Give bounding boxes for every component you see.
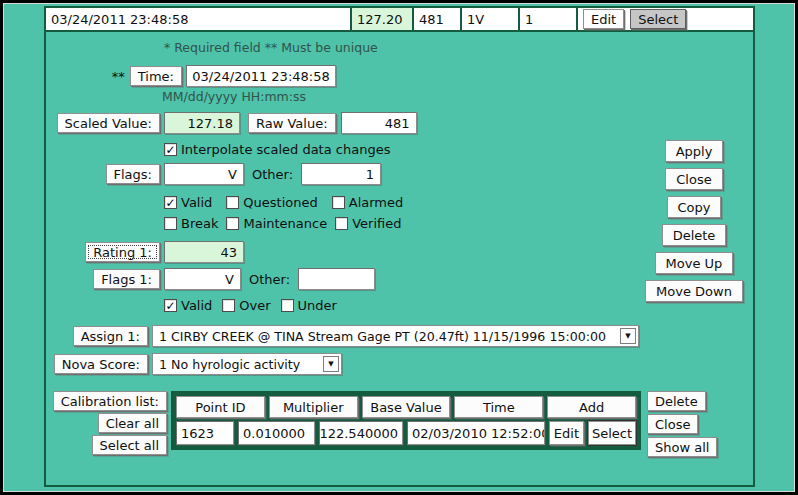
cell-base-value[interactable]: 122.540000 (319, 421, 403, 445)
flags1-field[interactable]: V (164, 268, 241, 290)
calibration-delete-button[interactable]: Delete (647, 391, 706, 411)
record-summary-bar: 03/24/2011 23:48:58 127.20 481 1V 1 Edit… (46, 8, 753, 32)
maintenance-checkbox[interactable]: Maintenance (226, 216, 327, 231)
summary-actions: Edit Select (578, 8, 691, 30)
checkbox-icon (281, 299, 294, 312)
summary-scaled-value[interactable]: 127.20 (352, 8, 414, 30)
calibration-header-row: Point ID Multiplier Base Value Time Add (176, 396, 636, 418)
row-actions: Edit Select (549, 421, 636, 445)
calibration-section: Calibration list: Clear all Select all P… (48, 391, 753, 457)
assign1-selected-value: 1 CIRBY CREEK @ TINA Stream Gage PT (20.… (159, 329, 618, 344)
checkbox-icon: ✓ (164, 143, 177, 156)
questioned-checkbox[interactable]: Questioned (226, 195, 317, 210)
checkbox-label: Valid (181, 195, 212, 210)
time-label-button[interactable]: Time: (130, 66, 182, 86)
raw-value-field[interactable]: 481 (341, 112, 417, 134)
dropdown-arrow-icon[interactable]: ▼ (620, 328, 636, 344)
valid-checkbox[interactable]: ✓ Valid (164, 195, 212, 210)
flags1-label-button[interactable]: Flags 1: (93, 269, 160, 289)
assign1-select[interactable]: 1 CIRBY CREEK @ TINA Stream Gage PT (20.… (152, 325, 639, 347)
flags-other-field[interactable]: 1 (301, 163, 381, 185)
checkbox-icon (332, 196, 345, 209)
nova-score-label-button[interactable]: Nova Score: (54, 354, 148, 374)
flags1-other-field[interactable] (298, 268, 375, 290)
nova-score-select[interactable]: 1 No hyrologic activity ▼ (152, 353, 342, 375)
scaled-value-field[interactable]: 127.18 (164, 112, 240, 134)
move-up-button[interactable]: Move Up (655, 252, 734, 274)
unique-marker: ** (112, 69, 125, 84)
checkbox-label: Maintenance (243, 216, 327, 231)
interpolate-checkbox[interactable]: ✓ Interpolate scaled data changes (164, 142, 390, 157)
under-checkbox[interactable]: Under (281, 298, 337, 313)
header-multiplier[interactable]: Multiplier (269, 396, 358, 418)
flags1-other-label: Other: (249, 272, 290, 287)
checkbox-label: Valid (181, 298, 212, 313)
row-edit-button[interactable]: Edit (549, 421, 584, 445)
summary-datetime[interactable]: 03/24/2011 23:48:58 (46, 8, 352, 30)
flags-other-label: Other: (252, 167, 293, 182)
nova-score-selected-value: 1 No hyrologic activity (159, 357, 321, 372)
over-checkbox[interactable]: Over (222, 298, 270, 313)
cell-time[interactable]: 02/03/2010 12:52:00 (407, 421, 545, 445)
cell-point-id[interactable]: 1623 (176, 421, 234, 445)
record-edit-window: 03/24/2011 23:48:58 127.20 481 1V 1 Edit… (0, 0, 798, 495)
calibration-list-label-button[interactable]: Calibration list: (53, 391, 167, 411)
flags-field[interactable]: V (164, 163, 244, 185)
row-select-button[interactable]: Select (588, 421, 636, 445)
checkbox-label: Alarmed (349, 195, 404, 210)
valid1-checkbox[interactable]: ✓ Valid (164, 298, 212, 313)
checkbox-icon: ✓ (164, 299, 177, 312)
flags-label-button[interactable]: Flags: (106, 164, 160, 184)
assign1-label-button[interactable]: Assign 1: (73, 326, 148, 346)
time-field[interactable]: 03/24/2011 23:48:58 (186, 65, 336, 87)
checkbox-label: Verified (352, 216, 401, 231)
calibration-close-button[interactable]: Close (647, 414, 698, 434)
close-button[interactable]: Close (665, 168, 722, 190)
break-checkbox[interactable]: Break (164, 216, 218, 231)
copy-button[interactable]: Copy (667, 196, 722, 218)
delete-button[interactable]: Delete (662, 224, 727, 246)
required-field-note: * Required field ** Must be unique (164, 40, 753, 55)
clear-all-button[interactable]: Clear all (98, 413, 167, 433)
summary-select-button[interactable]: Select (630, 9, 686, 29)
alarmed-checkbox[interactable]: Alarmed (332, 195, 404, 210)
interpolate-label: Interpolate scaled data changes (181, 142, 390, 157)
checkbox-icon (222, 299, 235, 312)
checkbox-icon (164, 217, 177, 230)
verified-checkbox[interactable]: Verified (335, 216, 401, 231)
cell-multiplier[interactable]: 0.010000 (238, 421, 315, 445)
rating1-field[interactable]: 43 (164, 241, 244, 263)
checkbox-icon (335, 217, 348, 230)
move-down-button[interactable]: Move Down (645, 280, 743, 302)
raw-value-label-button[interactable]: Raw Value: (248, 113, 336, 133)
summary-flags[interactable]: 1V (462, 8, 520, 30)
summary-raw-value[interactable]: 481 (414, 8, 462, 30)
header-base-value[interactable]: Base Value (362, 396, 451, 418)
header-point-id[interactable]: Point ID (176, 396, 265, 418)
select-all-button[interactable]: Select all (92, 435, 167, 455)
checkbox-label: Questioned (243, 195, 317, 210)
checkbox-label: Under (298, 298, 337, 313)
show-all-button[interactable]: Show all (647, 437, 717, 457)
side-actions: Apply Close Copy Delete Move Up Move Dow… (629, 140, 759, 302)
scaled-value-label-button[interactable]: Scaled Value: (57, 113, 160, 133)
rating1-label-button[interactable]: Rating 1: (85, 242, 160, 262)
checkbox-icon: ✓ (164, 196, 177, 209)
checkbox-icon (226, 217, 239, 230)
add-button[interactable]: Add (547, 396, 636, 418)
time-format-hint: MM/dd/yyyy HH:mm:ss (162, 89, 753, 104)
checkbox-label: Break (181, 216, 218, 231)
calibration-table-row: 1623 0.010000 122.540000 02/03/2010 12:5… (176, 421, 636, 445)
checkbox-icon (226, 196, 239, 209)
checkbox-label: Over (239, 298, 270, 313)
header-time[interactable]: Time (454, 396, 543, 418)
dropdown-arrow-icon[interactable]: ▼ (323, 356, 339, 372)
apply-button[interactable]: Apply (665, 140, 724, 162)
summary-edit-button[interactable]: Edit (583, 9, 624, 29)
calibration-table: Point ID Multiplier Base Value Time Add … (171, 391, 641, 450)
summary-other[interactable]: 1 (520, 8, 578, 30)
